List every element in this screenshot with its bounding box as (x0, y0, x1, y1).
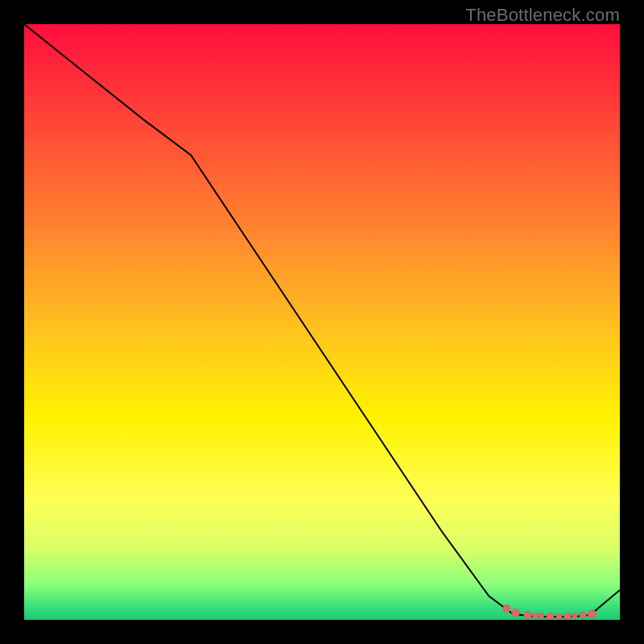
gpu-marker (512, 609, 520, 617)
gpu-marker (547, 613, 554, 620)
gpu-marker (556, 613, 562, 619)
gpu-marker (539, 613, 544, 618)
plot-area (24, 24, 620, 620)
gpu-marker (580, 612, 586, 618)
gpu-marker (524, 611, 532, 619)
gpu-marker (572, 613, 577, 618)
gradient-background (24, 24, 620, 620)
gpu-marker (564, 613, 572, 620)
gpu-marker (532, 613, 538, 618)
gpu-marker (503, 605, 511, 613)
attribution-label: TheBottleneck.com (465, 5, 620, 26)
marker-layer (503, 605, 597, 620)
bottleneck-curve (24, 24, 620, 617)
chart-stage: TheBottleneck.com (0, 0, 644, 644)
gpu-marker (588, 609, 596, 617)
chart-svg (24, 24, 620, 620)
